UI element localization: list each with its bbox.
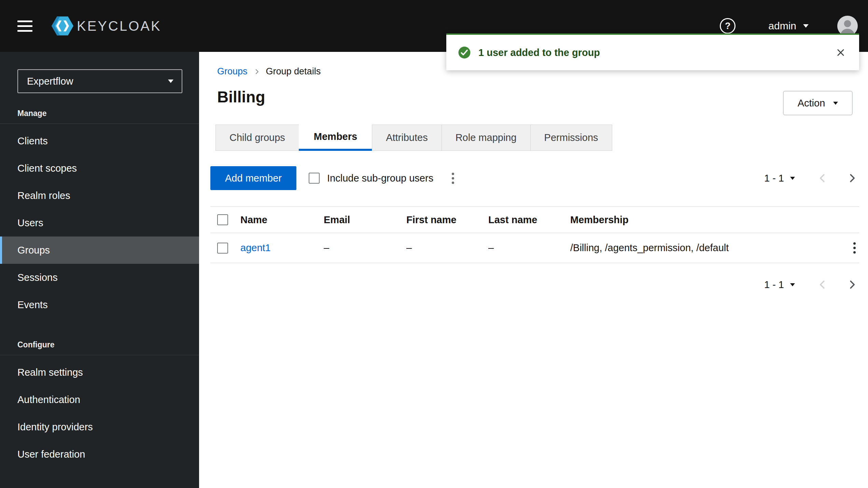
success-toast: 1 user added to the group [446, 33, 859, 70]
members-table: Name Email First name Last name Membersh… [210, 206, 859, 263]
username-label: admin [768, 20, 796, 32]
toolbar-kebab-icon[interactable] [448, 169, 458, 187]
column-header-last-name: Last name [488, 214, 570, 226]
caret-down-icon [790, 177, 795, 180]
sidebar: Expertflow Manage Clients Client scopes … [0, 52, 199, 488]
sidebar-item-label: Users [17, 217, 43, 229]
keycloak-logo-icon [52, 16, 73, 35]
sidebar-item-label: Groups [17, 245, 50, 256]
tab-role-mapping[interactable]: Role mapping [442, 125, 531, 151]
page-title: Billing [217, 88, 859, 106]
breadcrumb-groups-link[interactable]: Groups [217, 66, 248, 77]
sidebar-item-groups[interactable]: Groups [0, 236, 199, 264]
nav-section-title: Manage [0, 109, 199, 124]
sidebar-item-label: Events [17, 299, 48, 311]
user-dropdown[interactable]: admin [768, 20, 809, 32]
prev-page-button[interactable] [815, 171, 830, 185]
member-membership: /Billing, /agents_permission, /default [570, 242, 837, 254]
realm-selector[interactable]: Expertflow [17, 69, 182, 93]
sidebar-item-label: User federation [17, 449, 85, 460]
next-page-button[interactable] [845, 277, 859, 292]
sidebar-item-realm-roles[interactable]: Realm roles [0, 182, 199, 209]
avatar[interactable] [837, 16, 858, 36]
caret-down-icon [803, 24, 809, 28]
row-checkbox[interactable] [217, 243, 228, 254]
nav-section-manage: Manage Clients Client scopes Realm roles… [0, 109, 199, 318]
tab-permissions[interactable]: Permissions [530, 125, 612, 151]
breadcrumb-current: Group details [266, 66, 321, 77]
sidebar-item-label: Realm settings [17, 367, 83, 378]
include-subgroups-label: Include sub-group users [327, 173, 433, 184]
pagination-bottom: 1 - 1 [210, 277, 859, 292]
close-icon[interactable] [834, 46, 848, 59]
pagination-range-label: 1 - 1 [764, 173, 784, 184]
chevron-right-icon [254, 69, 260, 75]
column-header-email: Email [324, 214, 406, 226]
sidebar-item-users[interactable]: Users [0, 209, 199, 236]
masthead-right: ? admin [720, 16, 858, 36]
help-icon[interactable]: ? [720, 18, 736, 34]
nav-section-configure: Configure Realm settings Authentication … [0, 340, 199, 468]
sidebar-item-events[interactable]: Events [0, 291, 199, 318]
pagination-top: 1 - 1 [764, 171, 859, 185]
prev-page-button[interactable] [815, 277, 830, 292]
add-member-button[interactable]: Add member [210, 166, 296, 190]
caret-down-icon [833, 102, 838, 105]
help-glyph: ? [725, 21, 731, 31]
nav-section-title: Configure [0, 340, 199, 355]
sidebar-item-label: Identity providers [17, 421, 93, 433]
tabs: Child groups Members Attributes Role map… [215, 125, 859, 151]
pagination-range-label: 1 - 1 [764, 279, 784, 290]
members-toolbar: Add member Include sub-group users 1 - 1 [210, 166, 859, 190]
toast-message: 1 user added to the group [478, 47, 600, 58]
member-last-name: – [488, 242, 570, 254]
sidebar-item-clients[interactable]: Clients [0, 127, 199, 155]
brand-title: KEYCLOAK [77, 18, 162, 34]
sidebar-item-label: Clients [17, 135, 48, 147]
caret-down-icon [168, 80, 173, 83]
row-kebab-icon[interactable] [850, 239, 859, 257]
pagination-dropdown[interactable]: 1 - 1 [764, 279, 795, 290]
sidebar-item-authentication[interactable]: Authentication [0, 386, 199, 413]
sidebar-item-identity-providers[interactable]: Identity providers [0, 413, 199, 441]
include-subgroups-checkbox[interactable] [309, 173, 320, 184]
member-name-link[interactable]: agent1 [240, 242, 271, 253]
column-header-first-name: First name [406, 214, 488, 226]
sidebar-item-user-federation[interactable]: User federation [0, 441, 199, 468]
sidebar-item-label: Sessions [17, 272, 58, 283]
sidebar-item-realm-settings[interactable]: Realm settings [0, 359, 199, 386]
table-header-row: Name Email First name Last name Membersh… [210, 207, 859, 233]
member-email: – [324, 242, 406, 254]
column-header-membership: Membership [570, 214, 837, 226]
sidebar-item-client-scopes[interactable]: Client scopes [0, 155, 199, 182]
title-row: Billing [217, 88, 859, 106]
sidebar-item-sessions[interactable]: Sessions [0, 264, 199, 291]
sidebar-item-label: Realm roles [17, 190, 70, 201]
sidebar-item-label: Client scopes [17, 163, 77, 174]
sidebar-item-label: Authentication [17, 394, 80, 405]
member-first-name: – [406, 242, 488, 254]
main-content: Groups Group details Billing Action Chil… [199, 52, 868, 488]
pagination-dropdown[interactable]: 1 - 1 [764, 173, 795, 184]
tab-child-groups[interactable]: Child groups [215, 125, 299, 151]
tab-attributes[interactable]: Attributes [372, 125, 442, 151]
keycloak-brand: KEYCLOAK [52, 16, 162, 35]
action-label: Action [798, 98, 825, 109]
hamburger-menu-icon[interactable] [17, 20, 32, 32]
column-header-name: Name [240, 214, 324, 226]
action-dropdown-button[interactable]: Action [783, 91, 853, 115]
table-row: agent1 – – – /Billing, /agents_permissio… [210, 233, 859, 263]
next-page-button[interactable] [845, 171, 859, 185]
select-all-checkbox[interactable] [217, 214, 228, 225]
success-check-icon [458, 46, 471, 59]
realm-name: Expertflow [27, 76, 73, 87]
caret-down-icon [790, 283, 795, 286]
sidebar-nav: Manage Clients Client scopes Realm roles… [0, 109, 199, 468]
tab-members[interactable]: Members [299, 125, 372, 151]
